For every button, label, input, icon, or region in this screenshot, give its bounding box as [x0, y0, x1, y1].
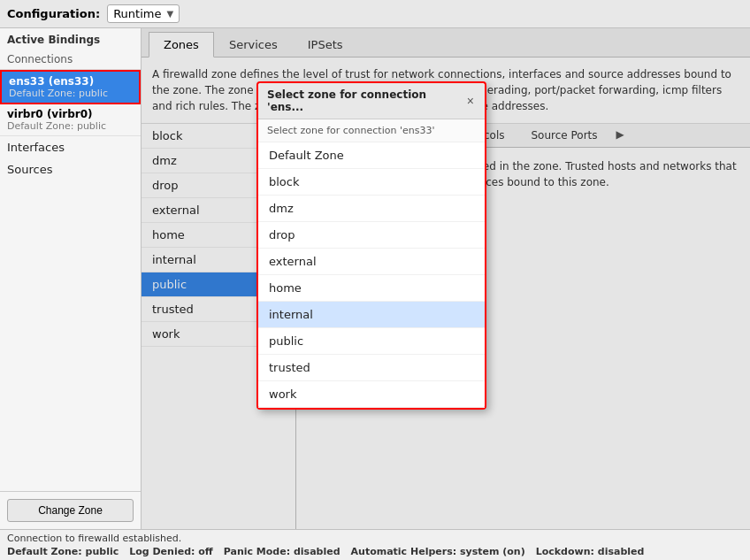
- sidebar-spacer: [0, 180, 141, 491]
- dialog-close-button[interactable]: ×: [465, 94, 476, 108]
- status-auto-helpers: Automatic Helpers: system (on): [351, 546, 525, 557]
- dialog-item-public[interactable]: public: [258, 328, 485, 355]
- status-log-denied: Log Denied: off: [129, 546, 213, 557]
- status-lockdown: Lockdown: disabled: [536, 546, 645, 557]
- change-zone-button[interactable]: Change Zone: [7, 499, 134, 522]
- dialog-item-internal[interactable]: internal: [258, 302, 485, 328]
- conn-zone-virbr0: Default Zone: public: [7, 120, 134, 132]
- dialog-list: Default Zone block dmz drop external hom…: [258, 142, 485, 408]
- dialog-subtitle: Select zone for connection 'ens33': [258, 119, 485, 142]
- dialog-header: Select zone for connection 'ens... ×: [258, 83, 485, 119]
- sidebar-connection-ens33[interactable]: ens33 (ens33) Default Zone: public: [0, 70, 141, 104]
- dialog-item-drop[interactable]: drop: [258, 222, 485, 249]
- connections-header: Connections: [0, 50, 141, 70]
- dialog-item-home[interactable]: home: [258, 275, 485, 302]
- status-default-zone: Default Zone: public: [7, 546, 119, 557]
- conn-zone-ens33: Default Zone: public: [9, 88, 132, 99]
- config-dropdown[interactable]: Runtime ▼: [107, 4, 180, 23]
- sidebar-item-interfaces[interactable]: Interfaces: [0, 136, 141, 158]
- status-bottom-row: Default Zone: public Log Denied: off Pan…: [7, 546, 743, 557]
- dialog-item-trusted[interactable]: trusted: [258, 355, 485, 381]
- sidebar-sources-label: Sources: [7, 163, 52, 176]
- dialog-item-default-zone[interactable]: Default Zone: [258, 142, 485, 169]
- sidebar-item-sources[interactable]: Sources: [0, 158, 141, 180]
- zone-select-dialog: Select zone for connection 'ens... × Sel…: [256, 81, 486, 410]
- dialog-title: Select zone for connection 'ens...: [267, 88, 465, 113]
- status-connection: Connection to firewalld established.: [7, 533, 743, 544]
- config-value: Runtime: [113, 7, 161, 20]
- sidebar-connection-virbr0[interactable]: virbr0 (virbr0) Default Zone: public: [0, 104, 141, 136]
- top-bar: Configuration: Runtime ▼: [0, 0, 750, 28]
- sidebar-interfaces-label: Interfaces: [7, 141, 65, 154]
- dropdown-arrow-icon: ▼: [166, 9, 173, 19]
- main-layout: Active Bindings Connections ens33 (ens33…: [0, 28, 750, 529]
- dialog-item-external[interactable]: external: [258, 249, 485, 275]
- config-label: Configuration:: [7, 7, 100, 20]
- status-panic-mode: Panic Mode: disabled: [224, 546, 341, 557]
- sidebar-section-label: Active Bindings: [0, 28, 141, 50]
- status-bar: Connection to firewalld established. Def…: [0, 529, 750, 560]
- conn-name-virbr0: virbr0 (virbr0): [7, 108, 134, 120]
- conn-name-ens33: ens33 (ens33): [9, 75, 132, 88]
- dialog-item-work[interactable]: work: [258, 381, 485, 408]
- dialog-item-block[interactable]: block: [258, 169, 485, 196]
- sidebar-bottom: Change Zone: [0, 491, 141, 529]
- dialog-item-dmz[interactable]: dmz: [258, 196, 485, 222]
- content-area: Zones Services IPSets A firewalld zone d…: [142, 28, 750, 529]
- sidebar: Active Bindings Connections ens33 (ens33…: [0, 28, 142, 529]
